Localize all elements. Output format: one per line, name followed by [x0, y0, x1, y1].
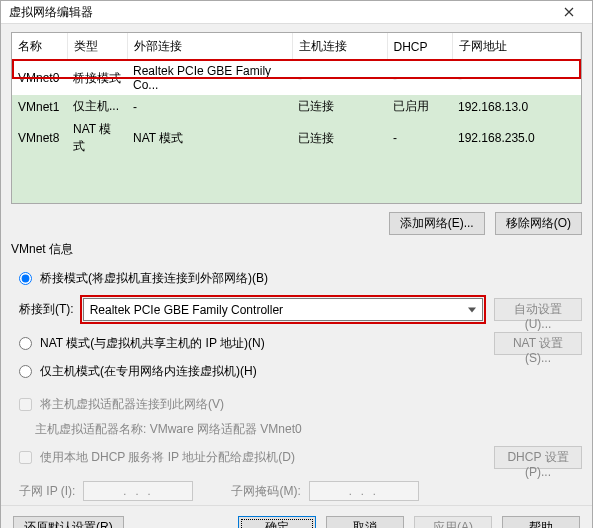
- cell-dhcp: -: [387, 118, 452, 158]
- vmnet-info-label: VMnet 信息: [11, 241, 582, 258]
- cell-subnet: 192.168.13.0: [452, 95, 581, 118]
- bridge-mode-label: 桥接模式(将虚拟机直接连接到外部网络)(B): [40, 270, 268, 287]
- cell-host: -: [292, 61, 387, 96]
- vnet-editor-window: 虚拟网络编辑器 名称 类型 外部连接 主机连接: [0, 0, 593, 528]
- add-network-button[interactable]: 添加网络(E)...: [389, 212, 485, 235]
- ok-button[interactable]: 确定: [238, 516, 316, 528]
- table-row[interactable]: VMnet1 仅主机... - 已连接 已启用 192.168.13.0: [12, 95, 581, 118]
- col-subnet[interactable]: 子网地址: [452, 33, 581, 61]
- network-table-area: 名称 类型 外部连接 主机连接 DHCP 子网地址 VMnet0 桥接模式 Re: [11, 32, 582, 204]
- cell-dhcp: -: [387, 61, 452, 96]
- bridge-mode-radio[interactable]: [19, 272, 32, 285]
- window-title: 虚拟网络编辑器: [9, 4, 93, 21]
- cell-name: VMnet1: [12, 95, 67, 118]
- bridge-to-select-highlight: Realtek PCIe GBE Family Controller: [80, 295, 486, 324]
- cell-ext: NAT 模式: [127, 118, 292, 158]
- host-adapter-label: 将主机虚拟适配器连接到此网络(V): [40, 396, 224, 413]
- cell-ext: Realtek PCIe GBE Family Co...: [127, 61, 292, 96]
- col-host[interactable]: 主机连接: [292, 33, 387, 61]
- help-button[interactable]: 帮助: [502, 516, 580, 528]
- cell-type: 仅主机...: [67, 95, 127, 118]
- dialog-buttons: 确定 取消 应用(A) 帮助: [238, 516, 580, 528]
- cell-host: 已连接: [292, 95, 387, 118]
- cell-subnet: -: [452, 61, 581, 96]
- col-ext[interactable]: 外部连接: [127, 33, 292, 61]
- bridge-mode-row: 桥接模式(将虚拟机直接连接到外部网络)(B): [19, 270, 582, 287]
- content-area: 名称 类型 外部连接 主机连接 DHCP 子网地址 VMnet0 桥接模式 Re: [1, 24, 592, 505]
- hostonly-mode-row: 仅主机模式(在专用网络内连接虚拟机)(H): [19, 363, 582, 380]
- cell-subnet: 192.168.235.0: [452, 118, 581, 158]
- col-dhcp[interactable]: DHCP: [387, 33, 452, 61]
- network-table-wrap: 名称 类型 外部连接 主机连接 DHCP 子网地址 VMnet0 桥接模式 Re: [11, 32, 582, 204]
- col-name[interactable]: 名称: [12, 33, 67, 61]
- host-adapter-checkbox: [19, 398, 32, 411]
- restore-defaults-button[interactable]: 还原默认设置(R): [13, 516, 124, 528]
- cancel-button[interactable]: 取消: [326, 516, 404, 528]
- nat-mode-radio[interactable]: [19, 337, 32, 350]
- bridge-to-row: 桥接到(T): Realtek PCIe GBE Family Controll…: [19, 295, 582, 324]
- table-header-row: 名称 类型 外部连接 主机连接 DHCP 子网地址: [12, 33, 581, 61]
- nat-mode-row: NAT 模式(与虚拟机共享主机的 IP 地址)(N) NAT 设置(S)...: [19, 332, 582, 355]
- cell-type: NAT 模式: [67, 118, 127, 158]
- cell-name: VMnet0: [12, 61, 67, 96]
- nat-mode-label: NAT 模式(与虚拟机共享主机的 IP 地址)(N): [40, 335, 265, 352]
- auto-settings-button[interactable]: 自动设置(U)...: [494, 298, 582, 321]
- col-type[interactable]: 类型: [67, 33, 127, 61]
- cell-host: 已连接: [292, 118, 387, 158]
- subnet-mask-field: . . .: [309, 481, 419, 501]
- cell-ext: -: [127, 95, 292, 118]
- remove-network-button[interactable]: 移除网络(O): [495, 212, 582, 235]
- table-row-empty: [12, 158, 581, 204]
- bridge-to-select[interactable]: Realtek PCIe GBE Family Controller: [83, 298, 483, 321]
- cell-type: 桥接模式: [67, 61, 127, 96]
- dhcp-checkbox: [19, 451, 32, 464]
- hostonly-mode-radio[interactable]: [19, 365, 32, 378]
- bridge-to-label: 桥接到(T):: [19, 301, 74, 318]
- subnet-ip-field: . . .: [83, 481, 193, 501]
- table-row[interactable]: VMnet0 桥接模式 Realtek PCIe GBE Family Co..…: [12, 61, 581, 96]
- nat-settings-button[interactable]: NAT 设置(S)...: [494, 332, 582, 355]
- close-icon[interactable]: [554, 1, 584, 23]
- dhcp-settings-button[interactable]: DHCP 设置(P)...: [494, 446, 582, 469]
- subnet-row: 子网 IP (I): . . . 子网掩码(M): . . .: [19, 481, 582, 501]
- dhcp-label: 使用本地 DHCP 服务将 IP 地址分配给虚拟机(D): [40, 449, 295, 466]
- network-table[interactable]: 名称 类型 外部连接 主机连接 DHCP 子网地址 VMnet0 桥接模式 Re: [12, 33, 581, 204]
- subnet-mask-label: 子网掩码(M):: [231, 483, 300, 500]
- host-adapter-name-label: 主机虚拟适配器名称: VMware 网络适配器 VMnet0: [35, 421, 302, 438]
- cell-dhcp: 已启用: [387, 95, 452, 118]
- table-buttons: 添加网络(E)... 移除网络(O): [11, 204, 582, 239]
- table-row[interactable]: VMnet8 NAT 模式 NAT 模式 已连接 - 192.168.235.0: [12, 118, 581, 158]
- subnet-ip-label: 子网 IP (I):: [19, 483, 75, 500]
- hostonly-mode-label: 仅主机模式(在专用网络内连接虚拟机)(H): [40, 363, 257, 380]
- titlebar: 虚拟网络编辑器: [1, 1, 592, 24]
- host-adapter-name-row: 主机虚拟适配器名称: VMware 网络适配器 VMnet0: [35, 421, 582, 438]
- host-adapter-row: 将主机虚拟适配器连接到此网络(V): [19, 396, 582, 413]
- cell-name: VMnet8: [12, 118, 67, 158]
- dhcp-row: 使用本地 DHCP 服务将 IP 地址分配给虚拟机(D) DHCP 设置(P).…: [19, 446, 582, 469]
- apply-button[interactable]: 应用(A): [414, 516, 492, 528]
- bottom-bar: 还原默认设置(R) 确定 取消 应用(A) 帮助: [1, 505, 592, 528]
